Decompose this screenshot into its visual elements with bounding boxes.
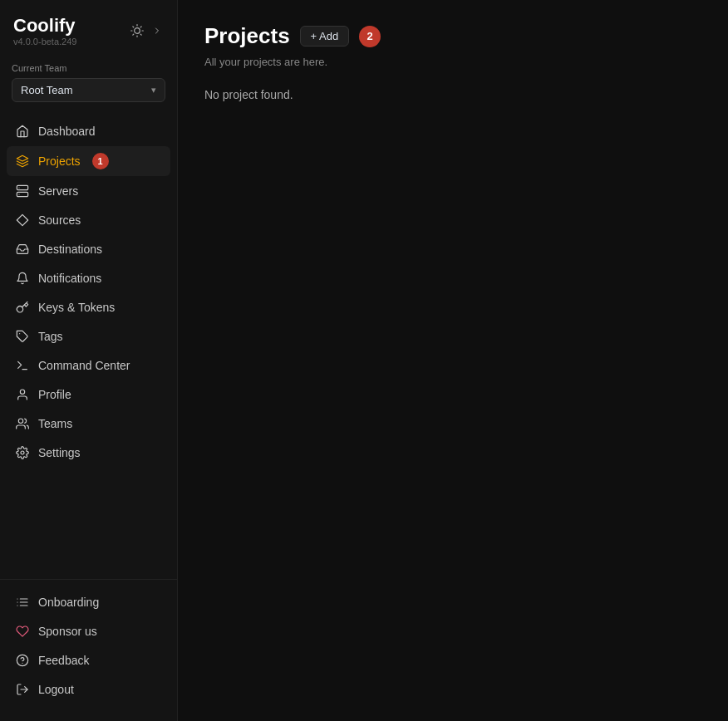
users-icon [15, 416, 30, 431]
page-header: Projects + Add 2 [204, 23, 701, 49]
sidebar-item-projects-label: Projects [38, 154, 81, 168]
sidebar-item-onboarding-label: Onboarding [38, 596, 99, 609]
svg-line-7 [133, 34, 134, 35]
sidebar-item-onboarding[interactable]: Onboarding [7, 588, 170, 616]
team-chevron-icon: ▾ [151, 85, 156, 96]
chevron-right-icon [152, 26, 162, 36]
team-label: Current Team [12, 63, 165, 73]
terminal-icon [15, 358, 30, 373]
sidebar-item-sponsor[interactable]: Sponsor us [7, 617, 170, 645]
sidebar-item-keys-tokens[interactable]: Keys & Tokens [7, 293, 170, 321]
sidebar-item-settings[interactable]: Settings [7, 439, 170, 467]
svg-point-0 [135, 28, 140, 34]
sidebar: Coolify v4.0.0-beta.249 [0, 0, 178, 721]
layers-icon [15, 154, 30, 169]
sidebar-item-tags-label: Tags [38, 330, 63, 343]
sidebar-item-logout[interactable]: Logout [7, 675, 170, 704]
bell-icon [15, 271, 30, 286]
svg-point-26 [17, 655, 27, 665]
team-section: Current Team Root Team ▾ [0, 56, 177, 114]
sidebar-item-keys-tokens-label: Keys & Tokens [38, 301, 115, 314]
add-project-button[interactable]: + Add [300, 26, 350, 47]
theme-toggle-button[interactable] [129, 22, 145, 39]
server-icon [15, 184, 30, 199]
sidebar-item-sources[interactable]: Sources [7, 206, 170, 234]
sidebar-item-destinations[interactable]: Destinations [7, 235, 170, 263]
key-icon [15, 300, 30, 315]
projects-badge: 1 [92, 153, 109, 169]
sidebar-item-notifications-label: Notifications [38, 272, 101, 285]
app-version: v4.0.0-beta.249 [13, 37, 76, 47]
empty-state-text: No project found. [204, 88, 701, 101]
svg-rect-10 [17, 186, 27, 190]
sun-icon [130, 24, 144, 37]
sidebar-item-projects[interactable]: Projects 1 [7, 146, 170, 176]
sidebar-item-profile[interactable]: Profile [7, 380, 170, 409]
sidebar-item-feedback-label: Feedback [38, 654, 89, 667]
main-nav: Dashboard Projects 1 Servers Sources [0, 114, 177, 579]
list-icon [15, 595, 30, 610]
svg-line-8 [140, 27, 141, 27]
sidebar-item-command-center[interactable]: Command Center [7, 351, 170, 380]
page-subtitle: All your projects are here. [204, 56, 701, 68]
main-content: Projects + Add 2 All your projects are h… [178, 0, 728, 721]
app-title: Coolify [13, 15, 76, 37]
settings-icon [15, 445, 30, 460]
svg-rect-11 [17, 193, 27, 197]
page-title: Projects [204, 23, 290, 49]
sidebar-header: Coolify v4.0.0-beta.249 [0, 0, 177, 56]
sidebar-item-feedback[interactable]: Feedback [7, 646, 170, 674]
sidebar-item-command-center-label: Command Center [38, 359, 130, 372]
sidebar-item-tags[interactable]: Tags [7, 322, 170, 351]
sidebar-item-settings-label: Settings [38, 446, 81, 459]
svg-marker-14 [17, 215, 27, 226]
svg-marker-9 [17, 156, 27, 162]
diamond-icon [15, 213, 30, 228]
sidebar-item-teams[interactable]: Teams [7, 410, 170, 438]
inbox-icon [15, 242, 30, 257]
help-circle-icon [15, 653, 30, 668]
sidebar-item-notifications[interactable]: Notifications [7, 264, 170, 292]
sidebar-item-teams-label: Teams [38, 417, 72, 430]
tag-icon [15, 329, 30, 344]
sidebar-item-logout-label: Logout [38, 683, 74, 696]
svg-point-18 [18, 419, 22, 423]
sidebar-item-servers[interactable]: Servers [7, 177, 170, 205]
svg-point-17 [20, 390, 24, 394]
svg-line-3 [133, 27, 134, 27]
svg-line-4 [140, 34, 141, 35]
sidebar-bottom: Onboarding Sponsor us Feedback Logout [0, 579, 177, 708]
user-circle-icon [15, 387, 30, 402]
expand-button[interactable] [150, 24, 164, 37]
heart-icon [15, 624, 30, 639]
team-selected-value: Root Team [21, 84, 73, 96]
sidebar-item-sponsor-label: Sponsor us [38, 625, 97, 638]
team-selector[interactable]: Root Team ▾ [12, 78, 165, 102]
logout-icon [15, 682, 30, 697]
sidebar-item-servers-label: Servers [38, 184, 78, 198]
sidebar-item-dashboard-label: Dashboard [38, 125, 96, 138]
sidebar-item-profile-label: Profile [38, 388, 71, 401]
sidebar-item-destinations-label: Destinations [38, 243, 102, 256]
home-icon [15, 124, 30, 139]
app-branding: Coolify v4.0.0-beta.249 [13, 15, 76, 47]
sidebar-item-sources-label: Sources [38, 213, 81, 227]
sidebar-item-dashboard[interactable]: Dashboard [7, 117, 170, 145]
header-icons-group [129, 22, 164, 39]
svg-point-19 [21, 451, 24, 454]
add-project-badge: 2 [359, 26, 381, 47]
